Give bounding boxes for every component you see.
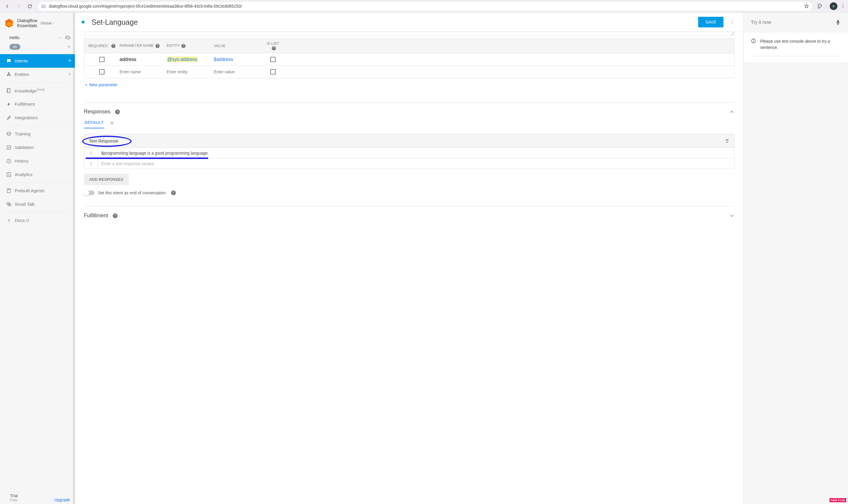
param-entity[interactable]: @sys.address xyxy=(167,56,198,62)
response-card-title: Text Response xyxy=(89,138,118,143)
svg-rect-18 xyxy=(7,146,11,149)
sidebar-item-history[interactable]: History xyxy=(0,154,75,168)
small-talk-icon xyxy=(3,202,15,207)
sidebar-item-fulfillment[interactable]: Fulfillment xyxy=(0,97,75,111)
param-value[interactable]: $address xyxy=(214,57,233,62)
svg-point-2 xyxy=(843,6,844,7)
browser-reload-button[interactable] xyxy=(25,1,35,11)
chevron-up-icon[interactable] xyxy=(729,109,735,115)
sidebar-item-entities[interactable]: Entities + xyxy=(0,68,75,81)
resize-handle-icon[interactable] xyxy=(731,32,734,35)
text-response-card: Text Response 1 $programming-language is… xyxy=(84,134,735,169)
islist-checkbox[interactable] xyxy=(270,69,276,74)
responses-section-header[interactable]: Responses ? xyxy=(84,103,735,118)
history-icon xyxy=(3,158,15,164)
test-console-input[interactable]: Try it now xyxy=(751,20,835,25)
fulfillment-icon xyxy=(3,102,15,107)
sidebar-item-knowledge[interactable]: Knowledge[beta] xyxy=(0,84,75,97)
add-response-tab-button[interactable]: + xyxy=(110,120,114,127)
browser-back-button[interactable] xyxy=(2,1,12,11)
svg-rect-17 xyxy=(8,89,10,93)
browser-chrome: dialogflow.cloud.google.com/#/agent/mypr… xyxy=(0,0,848,13)
trial-status: Trial Free Upgrade xyxy=(0,490,75,504)
param-entity-input[interactable] xyxy=(167,70,214,74)
extensions-icon[interactable] xyxy=(817,3,823,9)
region-selector[interactable]: Global xyxy=(40,21,55,25)
analytics-icon xyxy=(3,172,15,177)
sidebar-item-intents[interactable]: Intents + xyxy=(0,54,75,68)
chevron-down-icon[interactable] xyxy=(729,213,735,219)
sidebar: Dialogflow Essentials Global Hello en + … xyxy=(0,13,75,504)
param-value-input[interactable] xyxy=(214,70,261,74)
parameters-header-row: REQUIRED? PARAMETER NAME? ENTITY? VALUE … xyxy=(84,39,734,53)
svg-point-11 xyxy=(9,60,10,61)
new-parameter-button[interactable]: +New parameter xyxy=(84,78,735,91)
browser-menu-icon[interactable] xyxy=(840,3,846,9)
response-tabs: DEFAULT + xyxy=(84,118,735,129)
param-name[interactable]: address xyxy=(120,57,136,62)
sidebar-item-prebuilt-agents[interactable]: Prebuilt Agents xyxy=(0,184,75,198)
delete-response-icon[interactable] xyxy=(725,138,729,143)
integrations-icon xyxy=(3,115,15,121)
fulfillment-section-header[interactable]: Fulfillment ? xyxy=(84,207,735,222)
intents-icon xyxy=(3,58,15,64)
intent-more-menu-icon[interactable] xyxy=(729,19,735,25)
profile-avatar[interactable]: n xyxy=(830,2,837,10)
add-entity-button[interactable]: + xyxy=(68,71,71,77)
upgrade-link[interactable]: Upgrade xyxy=(54,498,70,502)
help-icon[interactable]: ? xyxy=(272,46,276,50)
language-pill[interactable]: en xyxy=(10,44,20,50)
browser-forward-button[interactable] xyxy=(14,1,23,11)
sidebar-item-small-talk[interactable]: Small Talk xyxy=(0,198,75,211)
sidebar-item-integrations[interactable]: Integrations xyxy=(0,111,75,125)
intent-title[interactable]: Set-Language xyxy=(92,18,698,26)
bookmark-star-icon[interactable] xyxy=(804,3,809,9)
end-of-conversation-toggle[interactable] xyxy=(84,191,94,195)
agent-name[interactable]: Hello xyxy=(10,35,58,40)
sidebar-item-training[interactable]: Training xyxy=(0,127,75,141)
svg-rect-21 xyxy=(7,189,11,193)
paint-x-lite-badge: Paint X Lite xyxy=(829,498,846,502)
help-icon[interactable]: ? xyxy=(115,109,120,114)
param-name-input[interactable] xyxy=(120,70,167,74)
sidebar-item-validation[interactable]: Validation xyxy=(0,141,75,154)
help-icon[interactable]: ? xyxy=(171,191,176,195)
help-icon[interactable]: ? xyxy=(156,44,160,48)
site-info-icon[interactable] xyxy=(41,4,46,8)
address-bar[interactable]: dialogflow.cloud.google.com/#/agent/mypr… xyxy=(38,1,813,11)
svg-point-3 xyxy=(843,7,844,8)
test-console-hint: Please use test console above to try a s… xyxy=(751,38,841,51)
svg-point-26 xyxy=(732,23,733,24)
add-language-button[interactable]: + xyxy=(67,43,71,50)
response-variant-row[interactable]: 1 $programming-language is a good progra… xyxy=(84,147,734,158)
sidebar-scrollbar[interactable] xyxy=(73,13,75,504)
microphone-icon[interactable] xyxy=(835,19,841,25)
svg-point-28 xyxy=(753,40,754,40)
svg-rect-0 xyxy=(42,5,46,8)
training-phrase-textarea[interactable] xyxy=(84,32,735,36)
intent-header: Set-Language SAVE xyxy=(75,13,743,32)
add-intent-button[interactable]: + xyxy=(68,58,71,64)
islist-checkbox[interactable] xyxy=(270,57,276,62)
required-checkbox[interactable] xyxy=(99,57,105,62)
external-link-icon xyxy=(26,219,30,222)
required-checkbox[interactable] xyxy=(99,69,105,74)
main-content: Set-Language SAVE REQUIRED? PARAMETER NA… xyxy=(75,13,744,504)
add-responses-button[interactable]: ADD RESPONSES xyxy=(84,174,129,185)
sidebar-item-analytics[interactable]: Analytics xyxy=(0,168,75,181)
response-variant-row[interactable]: 2 Enter a text response variant xyxy=(84,158,734,169)
end-of-conversation-row: Set this intent as end of conversation ? xyxy=(84,191,735,195)
agent-settings-gear-icon[interactable] xyxy=(65,35,71,41)
svg-point-1 xyxy=(843,4,844,5)
svg-point-10 xyxy=(8,60,8,61)
tab-default[interactable]: DEFAULT xyxy=(84,118,104,128)
help-icon[interactable]: ? xyxy=(111,44,115,48)
sidebar-item-docs[interactable]: Docs xyxy=(0,214,75,227)
url-text: dialogflow.cloud.google.com/#/agent/mypr… xyxy=(49,4,242,8)
validation-icon xyxy=(3,145,15,150)
save-button[interactable]: SAVE xyxy=(698,17,723,28)
agent-dropdown-icon[interactable] xyxy=(58,36,62,39)
prebuilt-agents-icon xyxy=(3,188,15,194)
help-icon[interactable]: ? xyxy=(181,44,185,48)
help-icon[interactable]: ? xyxy=(113,213,118,218)
